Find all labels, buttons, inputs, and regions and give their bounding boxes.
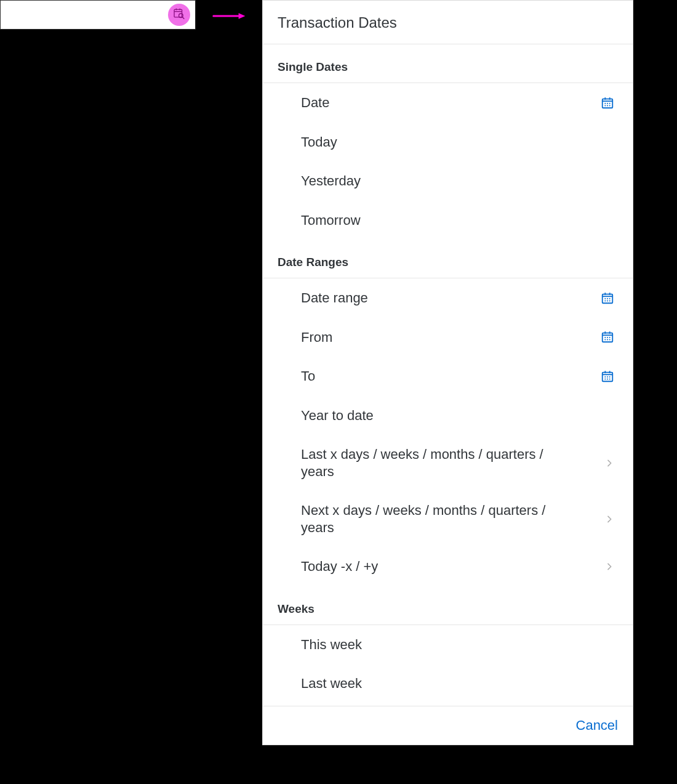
panel-footer: Cancel: [263, 706, 633, 745]
item-label: Today: [301, 134, 337, 151]
cancel-button[interactable]: Cancel: [576, 717, 618, 733]
panel-title: Transaction Dates: [263, 1, 633, 44]
item-last-week[interactable]: Last week: [263, 664, 633, 703]
calendar-icon[interactable]: [601, 370, 615, 383]
item-label: Last x days / weeks / months / quarters …: [301, 446, 566, 480]
calendar-icon[interactable]: [601, 291, 615, 305]
date-picker-trigger-highlight: [168, 4, 190, 26]
calendar-icon[interactable]: [601, 96, 615, 110]
item-yesterday[interactable]: Yesterday: [263, 161, 633, 201]
item-to[interactable]: To: [263, 357, 633, 396]
item-label: This week: [301, 636, 362, 653]
item-label: Date range: [301, 289, 368, 307]
item-tomorrow[interactable]: Tomorrow: [263, 201, 633, 240]
item-label: Tomorrow: [301, 212, 361, 229]
item-date-range[interactable]: Date range: [263, 278, 633, 318]
item-today[interactable]: Today: [263, 123, 633, 162]
item-date[interactable]: Date: [263, 83, 633, 123]
item-label: From: [301, 329, 332, 346]
item-today-xy[interactable]: Today -x / +y: [263, 547, 633, 586]
calendar-search-icon[interactable]: [173, 7, 185, 22]
calendar-icon[interactable]: [601, 330, 615, 344]
item-from[interactable]: From: [263, 318, 633, 357]
item-label: Last week: [301, 675, 362, 692]
section-header-weeks: Weeks: [263, 586, 633, 625]
date-input-field[interactable]: [0, 0, 196, 30]
item-label: Date: [301, 94, 329, 111]
svg-marker-17: [239, 13, 246, 19]
date-input[interactable]: [1, 1, 168, 29]
item-last-x[interactable]: Last x days / weeks / months / quarters …: [263, 435, 633, 491]
chevron-right-icon: [604, 457, 615, 469]
item-label: Today -x / +y: [301, 558, 378, 575]
item-label: Yesterday: [301, 172, 361, 190]
arrow-annotation-icon: [202, 12, 256, 20]
transaction-dates-panel: Transaction Dates Single Dates Date Toda…: [262, 0, 633, 745]
item-year-to-date[interactable]: Year to date: [263, 396, 633, 435]
chevron-right-icon: [604, 560, 615, 573]
item-next-x[interactable]: Next x days / weeks / months / quarters …: [263, 491, 633, 547]
chevron-right-icon: [604, 513, 615, 525]
section-header-single-dates: Single Dates: [263, 44, 633, 83]
item-label: Next x days / weeks / months / quarters …: [301, 502, 566, 536]
panel-body: Single Dates Date Today Yesterday Tomorr…: [263, 44, 633, 706]
item-label: Year to date: [301, 407, 374, 424]
item-this-week[interactable]: This week: [263, 625, 633, 665]
section-header-date-ranges: Date Ranges: [263, 240, 633, 278]
item-label: To: [301, 368, 315, 385]
